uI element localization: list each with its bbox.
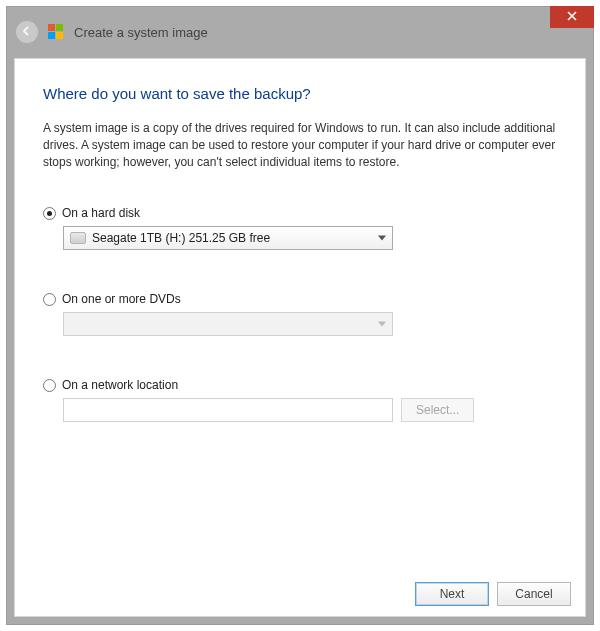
select-network-button: Select...	[401, 398, 474, 422]
radio-network[interactable]	[43, 379, 56, 392]
page-description: A system image is a copy of the drives r…	[43, 120, 557, 170]
drive-icon	[70, 232, 86, 244]
radio-network-label[interactable]: On a network location	[62, 378, 178, 392]
hard-disk-selected-text: Seagate 1TB (H:) 251.25 GB free	[92, 231, 386, 245]
chevron-down-icon	[378, 322, 386, 327]
option-hard-disk: On a hard disk Seagate 1TB (H:) 251.25 G…	[43, 206, 557, 250]
wizard-header: Create a system image	[6, 6, 594, 50]
windows-logo-icon	[48, 24, 64, 40]
radio-hard-disk-label[interactable]: On a hard disk	[62, 206, 140, 220]
window-frame: Create a system image Where do you want …	[6, 6, 594, 625]
page-heading: Where do you want to save the backup?	[43, 85, 557, 102]
radio-hard-disk[interactable]	[43, 207, 56, 220]
close-icon	[567, 10, 577, 24]
radio-dvd-label[interactable]: On one or more DVDs	[62, 292, 181, 306]
wizard-footer: Next Cancel	[415, 582, 571, 606]
back-button[interactable]	[16, 21, 38, 43]
next-button[interactable]: Next	[415, 582, 489, 606]
chevron-down-icon	[378, 236, 386, 241]
window-title: Create a system image	[74, 25, 208, 40]
wizard-panel: Where do you want to save the backup? A …	[14, 58, 586, 617]
option-dvd: On one or more DVDs	[43, 292, 557, 336]
dvd-dropdown	[63, 312, 393, 336]
network-path-input	[63, 398, 393, 422]
option-network: On a network location Select...	[43, 378, 557, 422]
arrow-left-icon	[21, 25, 33, 40]
window-close-button[interactable]	[550, 6, 594, 28]
cancel-button[interactable]: Cancel	[497, 582, 571, 606]
hard-disk-dropdown[interactable]: Seagate 1TB (H:) 251.25 GB free	[63, 226, 393, 250]
radio-dvd[interactable]	[43, 293, 56, 306]
